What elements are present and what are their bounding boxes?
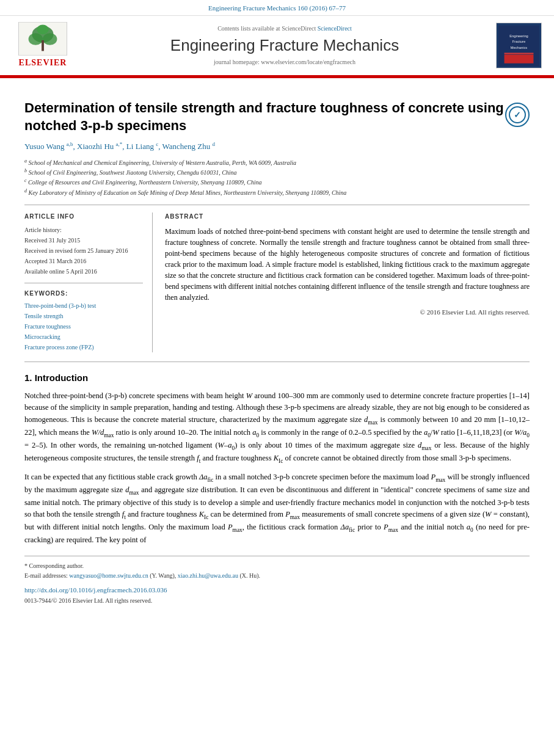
citation-text: Engineering Fracture Mechanics 160 (2016… <box>208 4 346 12</box>
elsevier-logo-area: ELSEVIER <box>12 22 73 69</box>
introduction-section: 1. Introduction Notched three-point-bend… <box>24 371 530 547</box>
copyright-notice: © 2016 Elsevier Ltd. All rights reserved… <box>165 308 530 317</box>
article-info-panel: ARTICLE INFO Article history: Received 3… <box>24 213 153 352</box>
svg-text:Mechanics: Mechanics <box>511 45 528 49</box>
footnote-section: * Corresponding author. E-mail addresses… <box>24 556 530 605</box>
keywords-list: Three-point-bend (3-p-b) test Tensile st… <box>24 300 143 352</box>
history-heading: Article history: <box>24 225 143 235</box>
received-date: Received 31 July 2015 <box>24 235 143 245</box>
svg-text:Engineering: Engineering <box>509 34 528 37</box>
svg-rect-4 <box>42 40 44 51</box>
introduction-heading: 1. Introduction <box>24 371 530 384</box>
svg-point-5 <box>37 25 49 35</box>
keyword-2: Tensile strength <box>24 311 143 321</box>
keyword-3: Fracture toughness <box>24 321 143 332</box>
header-divider <box>24 205 530 205</box>
corresponding-author-note: * Corresponding author. <box>24 561 530 571</box>
journal-header: ELSEVIER Contents lists available at Sci… <box>0 16 554 76</box>
issn-text: 0013-7944/© 2016 Elsevier Ltd. All right… <box>24 597 530 605</box>
journal-citation: Engineering Fracture Mechanics 160 (2016… <box>0 0 554 16</box>
main-content: ✓ Determination of tensile strength and … <box>0 78 554 614</box>
email-addresses: E-mail addresses: wangyasuo@home.swjtu.e… <box>24 571 530 581</box>
section-divider <box>24 362 530 362</box>
article-title: Determination of tensile strength and fr… <box>24 100 530 134</box>
affiliations: a School of Mechanical and Chemical Engi… <box>24 158 530 197</box>
sciencedirect-text: Contents lists available at ScienceDirec… <box>79 24 490 33</box>
article-info-heading: ARTICLE INFO <box>24 213 143 221</box>
svg-rect-11 <box>505 54 534 63</box>
elsevier-tree-image <box>18 22 67 56</box>
keyword-4: Microcracking <box>24 332 143 342</box>
keywords-heading: Keywords: <box>24 289 143 298</box>
crossmark-badge[interactable]: ✓ <box>505 103 530 127</box>
journal-thumbnail: Engineering Fracture Mechanics <box>496 23 542 68</box>
sciencedirect-link[interactable]: ScienceDirect <box>318 25 352 32</box>
email-link-1[interactable]: wangyasuo@home.swjtu.edu.cn <box>69 572 148 579</box>
svg-point-3 <box>43 34 57 46</box>
info-abstract-section: ARTICLE INFO Article history: Received 3… <box>24 213 530 352</box>
authors-line: Yusuo Wang a,b, Xiaozhi Hu a,*, Li Liang… <box>24 140 530 153</box>
article-history: Article history: Received 31 July 2015 R… <box>24 225 143 283</box>
keywords-section: Keywords: Three-point-bend (3-p-b) test … <box>24 289 143 352</box>
available-date: Available online 5 April 2016 <box>24 266 143 277</box>
svg-point-2 <box>29 34 43 46</box>
keyword-1: Three-point-bend (3-p-b) test <box>24 300 143 311</box>
svg-text:✓: ✓ <box>514 111 521 120</box>
journal-name: Engineering Fracture Mechanics <box>79 34 490 56</box>
accepted-date: Accepted 31 March 2016 <box>24 256 143 266</box>
journal-url: journal homepage: www.elsevier.com/locat… <box>79 58 490 67</box>
intro-paragraph-2: It can be expected that any fictitious s… <box>24 471 530 547</box>
abstract-text: Maximum loads of notched three-point-ben… <box>165 226 530 303</box>
revised-date: Received in revised form 25 January 2016 <box>24 245 143 256</box>
journal-title-area: Contents lists available at ScienceDirec… <box>79 24 490 67</box>
doi-link[interactable]: http://dx.doi.org/10.1016/j.engfracmech.… <box>24 586 530 595</box>
svg-text:Fracture: Fracture <box>512 40 525 43</box>
email-link-2[interactable]: xiao.zhi.hu@uwa.edu.au <box>178 572 238 579</box>
abstract-heading: ABSTRACT <box>165 213 530 221</box>
abstract-section: ABSTRACT Maximum loads of notched three-… <box>165 213 530 352</box>
intro-paragraph-1: Notched three-point-bend (3-p-b) concret… <box>24 390 530 465</box>
elsevier-brand: ELSEVIER <box>19 57 67 69</box>
keyword-5: Fracture process zone (FPZ) <box>24 342 143 352</box>
